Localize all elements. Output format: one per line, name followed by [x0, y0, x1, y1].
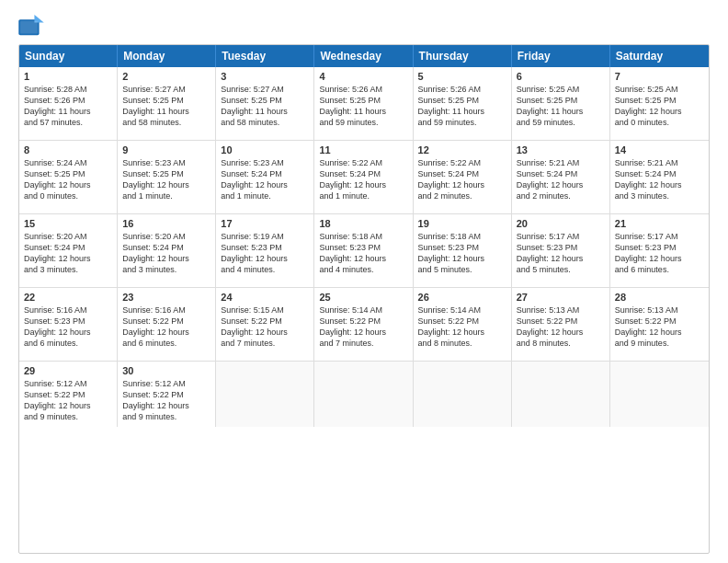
day-info: Sunrise: 5:20 AM Sunset: 5:24 PM Dayligh… — [122, 231, 210, 276]
day-cell-27: 27Sunrise: 5:13 AM Sunset: 5:22 PM Dayli… — [512, 288, 610, 361]
day-number: 17 — [221, 218, 309, 229]
day-info: Sunrise: 5:20 AM Sunset: 5:24 PM Dayligh… — [24, 231, 112, 276]
logo — [18, 15, 48, 37]
day-number: 25 — [319, 292, 407, 303]
day-cell-17: 17Sunrise: 5:19 AM Sunset: 5:23 PM Dayli… — [216, 214, 314, 287]
day-number: 22 — [24, 292, 112, 303]
header-day-tuesday: Tuesday — [216, 45, 314, 67]
calendar-header: SundayMondayTuesdayWednesdayThursdayFrid… — [19, 45, 709, 67]
day-cell-3: 3Sunrise: 5:27 AM Sunset: 5:25 PM Daylig… — [216, 67, 314, 140]
day-number: 2 — [122, 71, 210, 82]
day-cell-26: 26Sunrise: 5:14 AM Sunset: 5:22 PM Dayli… — [414, 288, 512, 361]
day-cell-9: 9Sunrise: 5:23 AM Sunset: 5:25 PM Daylig… — [118, 141, 216, 213]
day-number: 21 — [615, 218, 704, 229]
day-number: 30 — [122, 365, 210, 376]
day-info: Sunrise: 5:12 AM Sunset: 5:22 PM Dayligh… — [122, 378, 210, 423]
day-info: Sunrise: 5:16 AM Sunset: 5:23 PM Dayligh… — [24, 304, 112, 350]
day-number: 29 — [24, 365, 112, 376]
day-info: Sunrise: 5:17 AM Sunset: 5:23 PM Dayligh… — [517, 231, 605, 276]
day-cell-24: 24Sunrise: 5:15 AM Sunset: 5:22 PM Dayli… — [216, 288, 314, 361]
day-cell-22: 22Sunrise: 5:16 AM Sunset: 5:23 PM Dayli… — [19, 288, 118, 361]
day-cell-13: 13Sunrise: 5:21 AM Sunset: 5:24 PM Dayli… — [512, 141, 610, 213]
day-number: 5 — [418, 71, 506, 82]
day-cell-20: 20Sunrise: 5:17 AM Sunset: 5:23 PM Dayli… — [512, 214, 610, 287]
page: SundayMondayTuesdayWednesdayThursdayFrid… — [0, 0, 728, 563]
header-day-wednesday: Wednesday — [314, 45, 413, 67]
svg-rect-2 — [20, 21, 38, 34]
day-info: Sunrise: 5:22 AM Sunset: 5:24 PM Dayligh… — [418, 157, 506, 202]
day-info: Sunrise: 5:24 AM Sunset: 5:25 PM Dayligh… — [24, 157, 112, 202]
day-info: Sunrise: 5:16 AM Sunset: 5:22 PM Dayligh… — [122, 304, 210, 350]
day-cell-10: 10Sunrise: 5:23 AM Sunset: 5:24 PM Dayli… — [216, 141, 314, 213]
calendar-body: 1Sunrise: 5:28 AM Sunset: 5:26 PM Daylig… — [19, 67, 709, 427]
empty-cell — [216, 362, 314, 427]
header-day-sunday: Sunday — [19, 45, 118, 67]
day-cell-18: 18Sunrise: 5:18 AM Sunset: 5:23 PM Dayli… — [314, 214, 413, 287]
day-cell-30: 30Sunrise: 5:12 AM Sunset: 5:22 PM Dayli… — [118, 362, 216, 427]
day-cell-7: 7Sunrise: 5:25 AM Sunset: 5:25 PM Daylig… — [610, 67, 709, 140]
day-number: 9 — [122, 144, 210, 155]
day-number: 19 — [418, 218, 506, 229]
day-number: 24 — [221, 292, 309, 303]
empty-cell — [610, 362, 709, 427]
day-cell-2: 2Sunrise: 5:27 AM Sunset: 5:25 PM Daylig… — [118, 67, 216, 140]
day-info: Sunrise: 5:23 AM Sunset: 5:25 PM Dayligh… — [122, 157, 210, 202]
empty-cell — [414, 362, 512, 427]
day-info: Sunrise: 5:25 AM Sunset: 5:25 PM Dayligh… — [517, 84, 605, 129]
day-number: 18 — [319, 218, 407, 229]
day-number: 27 — [517, 292, 605, 303]
day-info: Sunrise: 5:17 AM Sunset: 5:23 PM Dayligh… — [615, 231, 704, 276]
day-info: Sunrise: 5:26 AM Sunset: 5:25 PM Dayligh… — [319, 84, 407, 129]
day-cell-11: 11Sunrise: 5:22 AM Sunset: 5:24 PM Dayli… — [314, 141, 413, 213]
day-info: Sunrise: 5:14 AM Sunset: 5:22 PM Dayligh… — [319, 304, 407, 350]
day-info: Sunrise: 5:22 AM Sunset: 5:24 PM Dayligh… — [319, 157, 407, 202]
calendar-week-4: 22Sunrise: 5:16 AM Sunset: 5:23 PM Dayli… — [19, 288, 709, 362]
day-info: Sunrise: 5:26 AM Sunset: 5:25 PM Dayligh… — [418, 84, 506, 129]
header-day-friday: Friday — [512, 45, 610, 67]
day-cell-14: 14Sunrise: 5:21 AM Sunset: 5:24 PM Dayli… — [610, 141, 709, 213]
day-info: Sunrise: 5:13 AM Sunset: 5:22 PM Dayligh… — [517, 304, 605, 350]
day-cell-23: 23Sunrise: 5:16 AM Sunset: 5:22 PM Dayli… — [118, 288, 216, 361]
header-day-monday: Monday — [118, 45, 216, 67]
day-number: 7 — [615, 71, 704, 82]
day-info: Sunrise: 5:27 AM Sunset: 5:25 PM Dayligh… — [122, 84, 210, 129]
day-cell-15: 15Sunrise: 5:20 AM Sunset: 5:24 PM Dayli… — [19, 214, 118, 287]
day-info: Sunrise: 5:15 AM Sunset: 5:22 PM Dayligh… — [221, 304, 309, 350]
day-number: 8 — [24, 144, 112, 155]
day-cell-6: 6Sunrise: 5:25 AM Sunset: 5:25 PM Daylig… — [512, 67, 610, 140]
empty-cell — [314, 362, 413, 427]
calendar-week-1: 1Sunrise: 5:28 AM Sunset: 5:26 PM Daylig… — [19, 67, 709, 141]
day-cell-28: 28Sunrise: 5:13 AM Sunset: 5:22 PM Dayli… — [610, 288, 709, 361]
day-number: 4 — [319, 71, 407, 82]
day-cell-29: 29Sunrise: 5:12 AM Sunset: 5:22 PM Dayli… — [19, 362, 118, 427]
day-info: Sunrise: 5:28 AM Sunset: 5:26 PM Dayligh… — [24, 84, 112, 129]
day-number: 11 — [319, 144, 407, 155]
day-number: 14 — [615, 144, 704, 155]
day-info: Sunrise: 5:27 AM Sunset: 5:25 PM Dayligh… — [221, 84, 309, 129]
empty-cell — [512, 362, 610, 427]
day-number: 20 — [517, 218, 605, 229]
day-cell-25: 25Sunrise: 5:14 AM Sunset: 5:22 PM Dayli… — [314, 288, 413, 361]
day-info: Sunrise: 5:19 AM Sunset: 5:23 PM Dayligh… — [221, 231, 309, 276]
day-cell-19: 19Sunrise: 5:18 AM Sunset: 5:23 PM Dayli… — [414, 214, 512, 287]
day-number: 26 — [418, 292, 506, 303]
day-info: Sunrise: 5:12 AM Sunset: 5:22 PM Dayligh… — [24, 378, 112, 423]
day-number: 15 — [24, 218, 112, 229]
day-number: 10 — [221, 144, 309, 155]
header — [18, 15, 710, 37]
day-number: 6 — [517, 71, 605, 82]
header-day-saturday: Saturday — [610, 45, 709, 67]
day-info: Sunrise: 5:23 AM Sunset: 5:24 PM Dayligh… — [221, 157, 309, 202]
day-cell-1: 1Sunrise: 5:28 AM Sunset: 5:26 PM Daylig… — [19, 67, 118, 140]
logo-icon — [18, 15, 44, 37]
header-day-thursday: Thursday — [414, 45, 512, 67]
day-cell-8: 8Sunrise: 5:24 AM Sunset: 5:25 PM Daylig… — [19, 141, 118, 213]
day-info: Sunrise: 5:21 AM Sunset: 5:24 PM Dayligh… — [615, 157, 704, 202]
day-info: Sunrise: 5:18 AM Sunset: 5:23 PM Dayligh… — [319, 231, 407, 276]
day-cell-5: 5Sunrise: 5:26 AM Sunset: 5:25 PM Daylig… — [414, 67, 512, 140]
day-info: Sunrise: 5:13 AM Sunset: 5:22 PM Dayligh… — [615, 304, 704, 350]
day-cell-4: 4Sunrise: 5:26 AM Sunset: 5:25 PM Daylig… — [314, 67, 413, 140]
day-number: 13 — [517, 144, 605, 155]
day-cell-21: 21Sunrise: 5:17 AM Sunset: 5:23 PM Dayli… — [610, 214, 709, 287]
day-info: Sunrise: 5:14 AM Sunset: 5:22 PM Dayligh… — [418, 304, 506, 350]
